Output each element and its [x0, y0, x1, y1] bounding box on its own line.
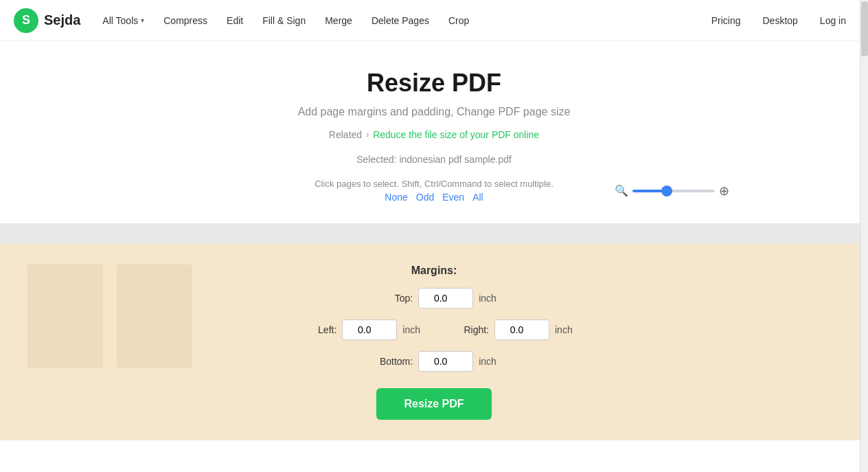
bottom-margin-row: Bottom: inch [372, 351, 496, 372]
nav-right: Pricing Desktop Log in [703, 10, 854, 32]
logo-name: Sejda [44, 12, 80, 28]
scrollbar-thumb[interactable] [861, 1, 868, 56]
pdf-thumbnails [27, 265, 192, 368]
page-title: Resize PDF [367, 69, 501, 98]
bottom-input[interactable] [418, 351, 473, 372]
bottom-label: Bottom: [372, 356, 413, 367]
right-margin-row: Right: inch [448, 319, 573, 340]
page-controls: Click pages to select. Shift, Ctrl/Comma… [125, 179, 743, 203]
middle-row: Left: inch Right: inch [295, 319, 572, 340]
nav-crop[interactable]: Crop [440, 10, 477, 32]
pdf-thumb-1 [27, 265, 103, 368]
logo[interactable]: S Sejda [14, 8, 80, 33]
right-unit: inch [555, 324, 573, 335]
right-input[interactable] [494, 319, 549, 340]
select-all[interactable]: All [472, 192, 483, 203]
select-links: None Odd Even All [286, 192, 582, 203]
nav-edit[interactable]: Edit [218, 10, 251, 32]
nav-pricing[interactable]: Pricing [703, 10, 749, 32]
navbar: S Sejda All Tools ▾ Compress Edit Fill &… [0, 0, 868, 41]
margins-title: Margins: [411, 265, 457, 277]
top-margin-row: Top: inch [372, 288, 496, 308]
selected-file: Selected: indonesian pdf sample.pdf [356, 154, 512, 165]
nav-delete-pages[interactable]: Delete Pages [363, 10, 437, 32]
page-select-info: Click pages to select. Shift, Ctrl/Comma… [286, 179, 582, 189]
zoom-out-icon[interactable]: 🔍 [615, 184, 628, 197]
nav-merge[interactable]: Merge [317, 10, 361, 32]
related-arrow-icon: › [366, 130, 369, 139]
nav-fill-sign[interactable]: Fill & Sign [254, 10, 314, 32]
top-unit: inch [479, 293, 496, 304]
logo-icon: S [14, 8, 38, 33]
nav-compress[interactable]: Compress [155, 10, 216, 32]
nav-login[interactable]: Log in [812, 10, 854, 32]
zoom-slider[interactable] [632, 190, 715, 192]
nav-links: All Tools ▾ Compress Edit Fill & Sign Me… [94, 10, 703, 32]
gray-separator [0, 223, 868, 244]
resize-pdf-button[interactable]: Resize PDF [376, 388, 491, 420]
zoom-in-icon[interactable]: ⊕ [719, 183, 729, 199]
scrollbar[interactable] [860, 0, 868, 440]
select-odd[interactable]: Odd [416, 192, 434, 203]
right-label: Right: [448, 324, 489, 335]
zoom-control: 🔍 ⊕ [615, 183, 729, 199]
related-row: Related › Reduce the file size of your P… [329, 129, 539, 140]
bottom-panel: Margins: Top: inch Left: inch Right: inc… [0, 244, 868, 440]
left-label: Left: [295, 324, 336, 335]
select-even[interactable]: Even [442, 192, 464, 203]
related-label: Related [329, 129, 362, 140]
pdf-thumb-2 [117, 265, 192, 368]
bottom-unit: inch [479, 356, 496, 367]
margins-section: Margins: Top: inch Left: inch Right: inc… [295, 265, 572, 420]
nav-desktop[interactable]: Desktop [754, 10, 806, 32]
nav-all-tools[interactable]: All Tools ▾ [94, 10, 152, 32]
left-margin-row: Left: inch [295, 319, 420, 340]
related-link[interactable]: Reduce the file size of your PDF online [373, 129, 539, 140]
left-input[interactable] [342, 319, 397, 340]
chevron-down-icon: ▾ [141, 16, 144, 24]
top-input[interactable] [418, 288, 473, 308]
left-unit: inch [402, 324, 420, 335]
page-subtitle: Add page margins and padding, Change PDF… [298, 106, 571, 118]
select-none[interactable]: None [385, 192, 407, 203]
main-content: Resize PDF Add page margins and padding,… [0, 41, 868, 223]
top-label: Top: [372, 293, 413, 304]
